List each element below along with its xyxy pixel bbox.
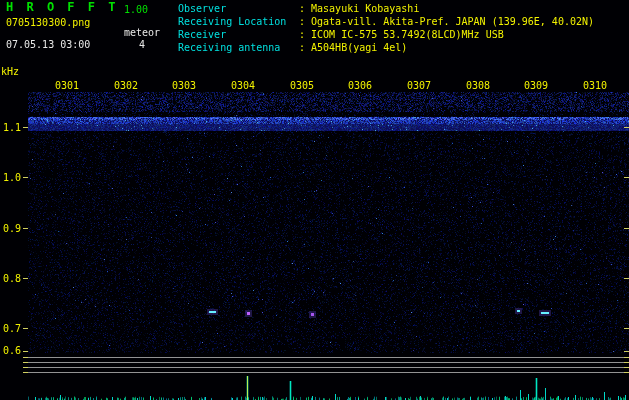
info-value: : Ogata-vill. Akita-Pref. JAPAN (139.96E… — [299, 16, 594, 27]
freq-label: 0.7 — [3, 323, 21, 334]
time-label: 0302 — [114, 80, 138, 91]
app-version: 1.00 — [124, 4, 148, 15]
time-label: 0306 — [348, 80, 372, 91]
freq-label: 0.8 — [3, 273, 21, 284]
output-filename: 0705130300.png — [6, 17, 90, 28]
info-label: Observer — [178, 3, 299, 14]
info-value: : A504HB(yagi 4el) — [299, 42, 407, 53]
time-label: 0308 — [466, 80, 490, 91]
info-row-receiver: Receiver: ICOM IC-575 53.7492(8LCD)MHz U… — [178, 29, 504, 40]
time-label: 0304 — [231, 80, 255, 91]
info-label: Receiving Location — [178, 16, 299, 27]
time-label: 0303 — [172, 80, 196, 91]
time-label: 0305 — [290, 80, 314, 91]
time-label: 0310 — [583, 80, 607, 91]
info-row-location: Receiving Location: Ogata-vill. Akita-Pr… — [178, 16, 594, 27]
info-value: : Masayuki Kobayashi — [299, 3, 419, 14]
observation-datetime: 07.05.13 03:00 — [6, 39, 90, 50]
info-label: Receiving antenna — [178, 42, 299, 53]
time-label: 0301 — [55, 80, 79, 91]
meteor-count: 4 — [139, 39, 145, 50]
freq-label: 1.0 — [3, 172, 21, 183]
info-row-antenna: Receiving antenna: A504HB(yagi 4el) — [178, 42, 407, 53]
info-row-observer: Observer: Masayuki Kobayashi — [178, 3, 419, 14]
freq-label: 1.1 — [3, 122, 21, 133]
freq-unit-label: kHz — [1, 66, 19, 77]
app-title: H R O F F T — [6, 2, 118, 13]
time-label: 0309 — [524, 80, 548, 91]
info-value: : ICOM IC-575 53.7492(8LCD)MHz USB — [299, 29, 504, 40]
time-label: 0307 — [407, 80, 431, 91]
mode-label: meteor — [124, 27, 160, 38]
freq-label: 0.6 — [3, 345, 21, 356]
hrofft-window: H R O F F T 1.00 0705130300.png meteor 0… — [0, 0, 629, 400]
freq-label: 0.9 — [3, 223, 21, 234]
info-label: Receiver — [178, 29, 299, 40]
